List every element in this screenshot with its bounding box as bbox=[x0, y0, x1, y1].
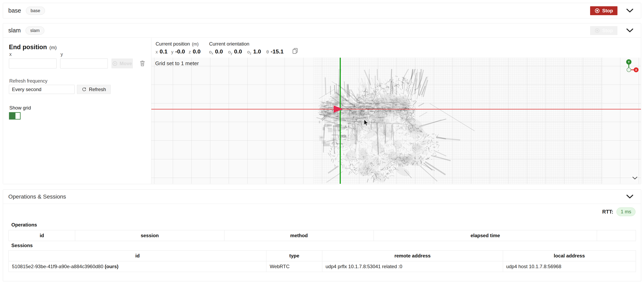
slam-collapse-chevron-icon[interactable] bbox=[626, 28, 633, 32]
operations-collapse-chevron-icon[interactable] bbox=[626, 195, 633, 199]
refresh-button-label: Refresh bbox=[89, 87, 106, 92]
position-y: y-0.0 bbox=[171, 48, 185, 55]
base-header-actions: Stop bbox=[590, 6, 636, 15]
slam-map-column: Current position(m) x0.1 y-0.0 z0.0 Curr… bbox=[151, 38, 641, 184]
end-position-y-input[interactable] bbox=[60, 58, 108, 68]
sessions-col-id: id bbox=[9, 251, 266, 261]
operations-col-method: method bbox=[224, 230, 374, 241]
origin-icon bbox=[627, 68, 631, 72]
current-pose-status-row: Current position(m) x0.1 y-0.0 z0.0 Curr… bbox=[151, 38, 641, 58]
operations-header-actions bbox=[626, 195, 636, 199]
toggle-knob bbox=[16, 113, 20, 119]
operations-sessions-card: Operations & Sessions RTT: 1 ms Operatio… bbox=[3, 189, 641, 281]
operations-table-label: Operations bbox=[11, 222, 37, 228]
crosshair-horizontal-red-line bbox=[151, 109, 641, 109]
current-position-block: Current position(m) x0.1 y-0.0 z0.0 bbox=[156, 41, 200, 55]
rtt-value-badge: 1 ms bbox=[616, 207, 636, 216]
sessions-table: id type remote address local address 510… bbox=[8, 250, 636, 272]
end-position-title: End position bbox=[9, 43, 47, 51]
base-card-title: base bbox=[8, 7, 21, 14]
current-orientation-block: Current orientation ox0.0 oy0.0 oz1.0 θ-… bbox=[209, 41, 284, 55]
operations-table: id session method elapsed time bbox=[8, 230, 636, 241]
position-x: x0.1 bbox=[156, 48, 168, 55]
orientation-ox: ox0.0 bbox=[209, 48, 223, 55]
rtt-label: RTT: bbox=[602, 209, 613, 215]
base-stop-button[interactable]: Stop bbox=[590, 6, 618, 15]
operations-col-session: session bbox=[75, 230, 224, 241]
copy-icon bbox=[292, 47, 298, 54]
show-grid-label: Show grid bbox=[9, 105, 31, 111]
refresh-frequency-select[interactable]: Every second bbox=[9, 85, 74, 94]
slam-card-header: slam slam Stop bbox=[3, 23, 641, 38]
sessions-col-remote: remote address bbox=[322, 251, 503, 261]
robot-position-marker bbox=[334, 105, 343, 113]
slam-stop-label: Stop bbox=[602, 28, 613, 33]
session-type-cell: WebRTC bbox=[266, 261, 322, 272]
sessions-table-label: Sessions bbox=[11, 243, 32, 248]
move-button-disabled[interactable]: Move bbox=[112, 58, 133, 68]
y-field-label: y bbox=[60, 52, 63, 57]
slam-stop-button-disabled[interactable]: Stop bbox=[590, 26, 618, 35]
copy-pose-button[interactable] bbox=[292, 47, 298, 55]
map-scroll-down-chevron-icon[interactable] bbox=[632, 177, 638, 180]
slam-type-tag: slam bbox=[26, 26, 44, 35]
operations-col-elapsed: elapsed time bbox=[374, 230, 597, 241]
sessions-col-type: type bbox=[266, 251, 322, 261]
slam-pointcloud-map bbox=[316, 69, 486, 182]
base-card: base base Stop bbox=[3, 3, 641, 18]
operations-col-actions bbox=[597, 230, 636, 241]
current-position-values: x0.1 y-0.0 z0.0 bbox=[156, 48, 200, 55]
delete-end-position-button[interactable] bbox=[138, 59, 146, 68]
slam-card-body: End position(m) x y Move bbox=[3, 38, 641, 184]
current-orientation-label: Current orientation bbox=[209, 41, 284, 47]
end-position-unit: (m) bbox=[50, 45, 57, 50]
operations-header-row: id session method elapsed time bbox=[9, 230, 636, 241]
session-local-cell: udp4 host 10.1.7.8:56968 bbox=[503, 261, 636, 272]
session-id-cell: 510815e2-93be-41f9-a90e-a884c3960d80 (ou… bbox=[9, 261, 266, 272]
app-root: base base Stop slam slam bbox=[0, 0, 644, 289]
current-position-unit: (m) bbox=[192, 41, 198, 46]
sessions-col-local: local address bbox=[503, 251, 636, 261]
operations-sessions-title: Operations & Sessions bbox=[8, 194, 66, 200]
orientation-oz: oz1.0 bbox=[247, 48, 261, 55]
slam-card-title: slam bbox=[8, 27, 21, 34]
session-row: 510815e2-93be-41f9-a90e-a884c3960d80 (ou… bbox=[9, 261, 636, 272]
grid-scale-note: Grid set to 1 meter bbox=[155, 60, 199, 67]
end-position-x-input[interactable] bbox=[9, 58, 56, 68]
slam-controls-panel: End position(m) x y Move bbox=[3, 38, 151, 184]
session-remote-cell: udp4 prflx 10.1.7.8:53041 related :0 bbox=[322, 261, 503, 272]
stop-icon bbox=[594, 8, 600, 13]
rtt-row: RTT: 1 ms bbox=[602, 207, 636, 216]
refresh-frequency-label: Refresh frequency bbox=[9, 78, 48, 84]
current-position-label: Current position(m) bbox=[156, 41, 200, 47]
orientation-theta: θ-15.1 bbox=[266, 48, 284, 55]
trash-icon bbox=[139, 60, 146, 67]
operations-sessions-header: Operations & Sessions bbox=[3, 190, 641, 204]
base-type-tag: base bbox=[26, 7, 45, 15]
refresh-icon bbox=[82, 87, 86, 92]
mouse-cursor bbox=[364, 120, 368, 126]
show-grid-toggle[interactable] bbox=[9, 112, 21, 120]
end-position-heading: End position(m) bbox=[9, 43, 57, 51]
base-stop-label: Stop bbox=[602, 8, 613, 13]
move-button-label: Move bbox=[120, 61, 132, 66]
base-collapse-chevron-icon[interactable] bbox=[626, 8, 633, 13]
current-orientation-values: ox0.0 oy0.0 oz1.0 θ-15.1 bbox=[209, 48, 284, 55]
slam-card: slam slam Stop End position(m) bbox=[3, 23, 641, 184]
svg-text:Y: Y bbox=[628, 60, 630, 63]
refresh-button[interactable]: Refresh bbox=[77, 85, 110, 94]
current-position-text: Current position bbox=[156, 41, 190, 46]
slam-header-actions: Stop bbox=[590, 26, 636, 35]
slam-map-viewport[interactable]: Grid set to 1 meter Y X bbox=[151, 58, 641, 184]
operations-col-id: id bbox=[9, 230, 75, 241]
x-field-label: x bbox=[9, 52, 12, 57]
svg-text:X: X bbox=[635, 68, 637, 71]
crosshair-vertical-green-line bbox=[340, 58, 341, 184]
position-z: z0.0 bbox=[188, 48, 200, 55]
play-circle-icon bbox=[112, 61, 118, 66]
axis-orientation-widget: Y X bbox=[622, 59, 640, 75]
orientation-oy: oy0.0 bbox=[228, 48, 242, 55]
sessions-header-row: id type remote address local address bbox=[9, 251, 636, 261]
stop-icon bbox=[594, 28, 600, 33]
